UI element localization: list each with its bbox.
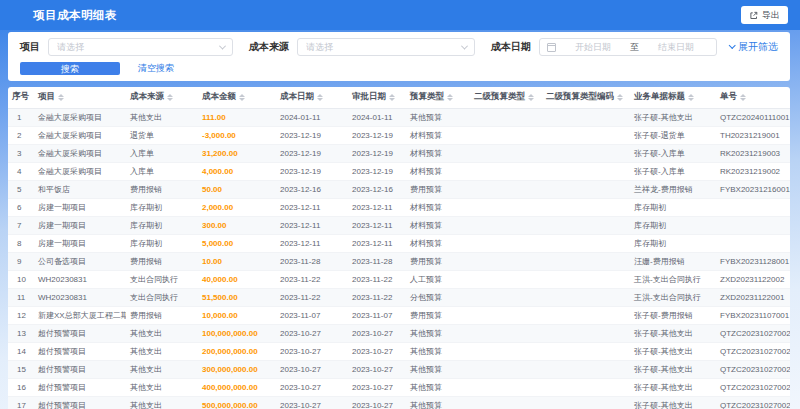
sort-icon[interactable] <box>447 94 453 101</box>
export-button[interactable]: 导出 <box>741 6 788 24</box>
cell-serial: 8 <box>8 234 34 252</box>
search-button[interactable]: 搜索 <box>20 62 120 75</box>
cell-cost-amount: 51,500.00 <box>198 288 276 306</box>
cell-document-number: FYBX20231107001 <box>716 306 790 324</box>
cell-document-title: 张子硕-费用报销 <box>630 306 716 324</box>
table-row[interactable]: 11 WH20230831 支出合同执行 51,500.00 2023-11-2… <box>8 288 790 306</box>
project-select[interactable] <box>48 38 233 56</box>
sort-icon[interactable] <box>740 94 746 101</box>
column-header[interactable]: 项目 <box>34 87 126 108</box>
cell-serial: 5 <box>8 180 34 198</box>
project-select-input[interactable] <box>49 39 232 55</box>
cell-approval-date: 2023-11-28 <box>348 252 406 270</box>
column-label: 序号 <box>12 91 29 103</box>
cell-cost-source: 其他支出 <box>126 108 198 126</box>
cell-project: 公司备选项目 <box>34 252 126 270</box>
cell-cost-amount: 400,000,000.00 <box>198 378 276 396</box>
sort-icon[interactable] <box>389 94 395 101</box>
table-row[interactable]: 5 和平饭店 费用报销 50.00 2023-12-16 2023-12-16 … <box>8 180 790 198</box>
cost-date-filter-label: 成本日期 <box>491 40 531 54</box>
column-label: 业务单据标题 <box>634 91 685 103</box>
cost-source-select[interactable] <box>297 38 475 56</box>
cell-secondary-budget-type <box>470 180 542 198</box>
sort-icon[interactable] <box>58 94 64 101</box>
cost-source-select-input[interactable] <box>298 39 474 55</box>
cell-cost-source: 库存期初 <box>126 198 198 216</box>
start-date-input[interactable] <box>560 39 626 55</box>
table-row[interactable]: 8 房建一期项目 库存期初 5,000.00 2023-12-11 2023-1… <box>8 234 790 252</box>
filter-row: 项目 成本来源 成本日期 至 展开筛选 <box>20 38 778 56</box>
table-row[interactable]: 2 金融大厦采购项目 退货单 -3,000.00 2023-12-19 2023… <box>8 126 790 144</box>
column-label: 预算类型 <box>410 91 444 103</box>
table-row[interactable]: 7 房建一期项目 库存期初 300.00 2023-12-11 2023-12-… <box>8 216 790 234</box>
sort-icon[interactable] <box>528 94 534 101</box>
cell-cost-source: 退货单 <box>126 126 198 144</box>
cell-cost-date: 2023-12-19 <box>276 126 348 144</box>
table-row[interactable]: 16 超付预警项目 其他支出 400,000,000.00 2023-10-27… <box>8 378 790 396</box>
cell-project: 金融大厦采购项目 <box>34 144 126 162</box>
cell-budget-type: 材料预算 <box>406 162 470 180</box>
cell-budget-type: 其他预算 <box>406 360 470 378</box>
column-header[interactable]: 序号 <box>8 87 34 108</box>
table-row[interactable]: 17 超付预警项目 其他支出 500,000,000.00 2023-10-27… <box>8 396 790 409</box>
cell-cost-date: 2024-01-11 <box>276 108 348 126</box>
cell-cost-source: 支出合同执行 <box>126 288 198 306</box>
sort-icon[interactable] <box>617 94 623 101</box>
cell-document-title: 兰祥龙-费用报销 <box>630 180 716 198</box>
cell-approval-date: 2023-12-16 <box>348 180 406 198</box>
cell-serial: 12 <box>8 306 34 324</box>
column-header[interactable]: 成本金额 <box>198 87 276 108</box>
column-header[interactable]: 业务单据标题 <box>630 87 716 108</box>
sort-icon[interactable] <box>688 94 694 101</box>
cost-table-panel: 序号 项目 成本来源 <box>8 87 790 409</box>
table-row[interactable]: 6 房建一期项目 库存期初 2,000.00 2023-12-11 2023-1… <box>8 198 790 216</box>
cell-project: 新建XX总部大厦工程二期 <box>34 306 126 324</box>
table-row[interactable]: 15 超付预警项目 其他支出 300,000,000.00 2023-10-27… <box>8 360 790 378</box>
cell-approval-date: 2023-12-11 <box>348 216 406 234</box>
cell-approval-date: 2023-12-11 <box>348 234 406 252</box>
table-row[interactable]: 13 超付预警项目 其他支出 100,000,000.00 2023-10-27… <box>8 324 790 342</box>
sort-icon[interactable] <box>239 94 245 101</box>
table-row[interactable]: 12 新建XX总部大厦工程二期 费用报销 10,000.00 2023-11-0… <box>8 306 790 324</box>
table-row[interactable]: 9 公司备选项目 费用报销 10.00 2023-11-28 2023-11-2… <box>8 252 790 270</box>
cell-document-title: 王洪-支出合同执行 <box>630 270 716 288</box>
cell-document-title: 张子硕-其他支出 <box>630 360 716 378</box>
export-icon <box>749 11 758 20</box>
expand-filters-link[interactable]: 展开筛选 <box>729 40 778 54</box>
cell-approval-date: 2023-11-22 <box>348 288 406 306</box>
cell-approval-date: 2023-12-19 <box>348 126 406 144</box>
column-header[interactable]: 审批日期 <box>348 87 406 108</box>
clear-search-link[interactable]: 清空搜索 <box>138 62 174 75</box>
column-header[interactable]: 单号 <box>716 87 790 108</box>
cell-budget-type: 费用预算 <box>406 306 470 324</box>
column-header[interactable]: 预算类型 <box>406 87 470 108</box>
cell-budget-type: 其他预算 <box>406 396 470 409</box>
cell-serial: 11 <box>8 288 34 306</box>
column-header[interactable]: 二级预算类型 <box>470 87 542 108</box>
end-date-input[interactable] <box>643 39 709 55</box>
table-row[interactable]: 10 WH20230831 支出合同执行 40,000.00 2023-11-2… <box>8 270 790 288</box>
cell-cost-source: 入库单 <box>126 144 198 162</box>
column-header[interactable]: 二级预算类型编码 <box>542 87 630 108</box>
sort-icon[interactable] <box>167 94 173 101</box>
cell-document-title: 库存期初 <box>630 234 716 252</box>
cell-document-number: TH20231219001 <box>716 126 790 144</box>
cost-date-range-picker[interactable]: 至 <box>539 38 717 56</box>
table-row[interactable]: 1 金融大厦采购项目 其他支出 111.00 2024-01-11 2024-0… <box>8 108 790 126</box>
cell-cost-amount: 5,000.00 <box>198 234 276 252</box>
cell-approval-date: 2023-12-19 <box>348 144 406 162</box>
cell-project: 金融大厦采购项目 <box>34 108 126 126</box>
cell-secondary-budget-type <box>470 270 542 288</box>
sort-icon[interactable] <box>317 94 323 101</box>
column-label: 单号 <box>720 91 737 103</box>
cell-document-number <box>716 234 790 252</box>
cell-serial: 6 <box>8 198 34 216</box>
table-row[interactable]: 4 金融大厦采购项目 入库单 4,000.00 2023-12-19 2023-… <box>8 162 790 180</box>
cell-budget-type: 材料预算 <box>406 234 470 252</box>
column-header[interactable]: 成本日期 <box>276 87 348 108</box>
column-label: 成本日期 <box>280 91 314 103</box>
column-header[interactable]: 成本来源 <box>126 87 198 108</box>
table-row[interactable]: 3 金融大厦采购项目 入库单 31,200.00 2023-12-19 2023… <box>8 144 790 162</box>
table-row[interactable]: 14 超付预警项目 其他支出 200,000,000.00 2023-10-27… <box>8 342 790 360</box>
cell-project: 超付预警项目 <box>34 360 126 378</box>
